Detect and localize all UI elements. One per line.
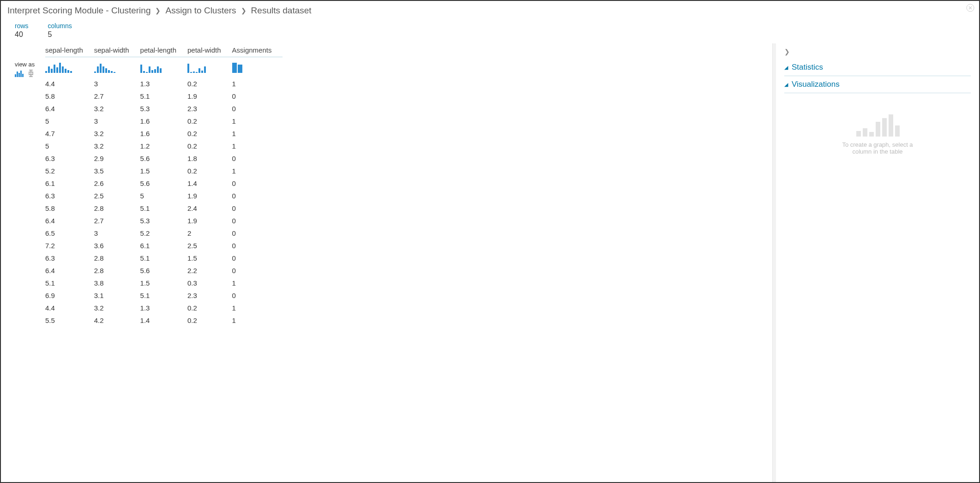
table-row[interactable]: 6.32.551.90 [45, 190, 283, 202]
table-cell: 5.6 [140, 177, 187, 190]
table-cell: 0.2 [187, 302, 232, 314]
table-cell: 2.9 [94, 152, 140, 165]
table-cell: 2.8 [94, 252, 140, 264]
svg-rect-12 [869, 132, 874, 137]
table-row[interactable]: 6.42.75.31.90 [45, 215, 283, 227]
table-cell: 2.4 [187, 202, 232, 215]
svg-rect-1 [15, 74, 16, 77]
table-row[interactable]: 5.13.81.50.31 [45, 277, 283, 289]
table-row[interactable]: 6.42.85.62.20 [45, 264, 283, 277]
svg-rect-5 [22, 74, 24, 77]
svg-rect-11 [863, 128, 867, 137]
column-header[interactable]: petal-width [187, 43, 232, 57]
table-row[interactable]: 6.43.25.32.30 [45, 102, 283, 115]
table-cell: 2.5 [187, 239, 232, 252]
dataset-meta: rows 40 columns 5 [1, 18, 979, 39]
table-row[interactable]: 5.82.85.12.40 [45, 202, 283, 215]
table-cell: 5.2 [45, 165, 94, 177]
columns-label: columns [48, 22, 72, 30]
close-button[interactable] [965, 4, 975, 14]
table-cell: 1 [232, 140, 283, 152]
view-boxplot-button[interactable] [28, 70, 34, 77]
table-cell: 5.8 [45, 90, 94, 102]
table-cell: 6.1 [140, 239, 187, 252]
breadcrumb-item[interactable]: Results dataset [251, 6, 312, 16]
breadcrumb-item[interactable]: Interpret Scoring Module - Clustering [7, 6, 150, 16]
table-row[interactable]: 5.82.75.11.90 [45, 90, 283, 102]
table-cell: 2.7 [94, 90, 140, 102]
table-row[interactable]: 6.32.85.11.50 [45, 252, 283, 264]
table-cell: 1.5 [140, 165, 187, 177]
pane-divider[interactable] [772, 43, 776, 482]
table-cell: 5.2 [140, 227, 187, 239]
table-cell: 1.3 [140, 302, 187, 314]
svg-rect-3 [18, 73, 20, 77]
caret-down-icon: ◢ [784, 65, 788, 71]
expand-panel-button[interactable]: ❯ [784, 47, 971, 59]
svg-rect-14 [882, 118, 887, 137]
column-sparkline[interactable] [140, 57, 187, 78]
table-cell: 6.3 [45, 152, 94, 165]
table-row[interactable]: 4.431.30.21 [45, 78, 283, 90]
table-row[interactable]: 5.54.21.40.21 [45, 314, 283, 327]
table-row[interactable]: 6.12.65.61.40 [45, 177, 283, 190]
breadcrumb: Interpret Scoring Module - Clustering ❯ … [1, 1, 979, 18]
statistics-section-header[interactable]: ◢ Statistics [784, 59, 971, 76]
view-as-panel: view as [15, 43, 45, 482]
table-row[interactable]: 531.60.21 [45, 115, 283, 127]
table-cell: 5.1 [140, 252, 187, 264]
table-cell: 1 [232, 115, 283, 127]
caret-down-icon: ◢ [784, 82, 788, 88]
table-row[interactable]: 53.21.20.21 [45, 140, 283, 152]
table-cell: 1 [232, 78, 283, 90]
column-sparkline[interactable] [94, 57, 140, 78]
data-table-scroll[interactable]: sepal-lengthsepal-widthpetal-lengthpetal… [45, 43, 772, 482]
table-row[interactable]: 6.32.95.61.80 [45, 152, 283, 165]
column-sparkline[interactable] [187, 57, 232, 78]
data-table: sepal-lengthsepal-widthpetal-lengthpetal… [45, 43, 283, 327]
table-cell: 0 [232, 252, 283, 264]
table-cell: 2.8 [94, 202, 140, 215]
visualizations-section-header[interactable]: ◢ Visualizations [784, 76, 971, 93]
table-cell: 3.8 [94, 277, 140, 289]
chevron-right-icon: ❯ [155, 7, 161, 14]
column-header[interactable]: sepal-width [94, 43, 140, 57]
table-cell: 5.5 [45, 314, 94, 327]
rows-value: 40 [15, 30, 29, 39]
table-row[interactable]: 6.93.15.12.30 [45, 289, 283, 302]
table-cell: 1.3 [140, 78, 187, 90]
table-cell: 0 [232, 102, 283, 115]
column-header[interactable]: Assignments [232, 43, 283, 57]
table-cell: 5 [140, 190, 187, 202]
table-cell: 6.3 [45, 252, 94, 264]
rows-meta: rows 40 [15, 22, 29, 39]
view-as-label: view as [15, 61, 45, 68]
table-row[interactable]: 5.23.51.50.21 [45, 165, 283, 177]
sparkline-row [45, 57, 283, 78]
column-header[interactable]: petal-length [140, 43, 187, 57]
placeholder-chart-icon [854, 112, 901, 137]
table-cell: 2.2 [187, 264, 232, 277]
columns-meta: columns 5 [48, 22, 72, 39]
table-row[interactable]: 7.23.66.12.50 [45, 239, 283, 252]
close-icon [966, 4, 974, 12]
columns-value: 5 [48, 30, 72, 39]
svg-rect-10 [856, 131, 861, 137]
table-cell: 0 [232, 264, 283, 277]
table-cell: 5.1 [140, 90, 187, 102]
table-cell: 0.2 [187, 140, 232, 152]
table-row[interactable]: 4.43.21.30.21 [45, 302, 283, 314]
breadcrumb-item[interactable]: Assign to Clusters [165, 6, 236, 16]
table-cell: 0 [232, 152, 283, 165]
column-sparkline[interactable] [232, 57, 283, 78]
table-row[interactable]: 4.73.21.60.21 [45, 127, 283, 140]
table-cell: 5.8 [45, 202, 94, 215]
column-header[interactable]: sepal-length [45, 43, 94, 57]
column-sparkline[interactable] [45, 57, 94, 78]
view-histogram-button[interactable] [15, 70, 25, 77]
table-cell: 6.1 [45, 177, 94, 190]
svg-rect-13 [876, 122, 880, 137]
table-row[interactable]: 6.535.220 [45, 227, 283, 239]
table-cell: 5.1 [140, 202, 187, 215]
table-cell: 1 [232, 277, 283, 289]
